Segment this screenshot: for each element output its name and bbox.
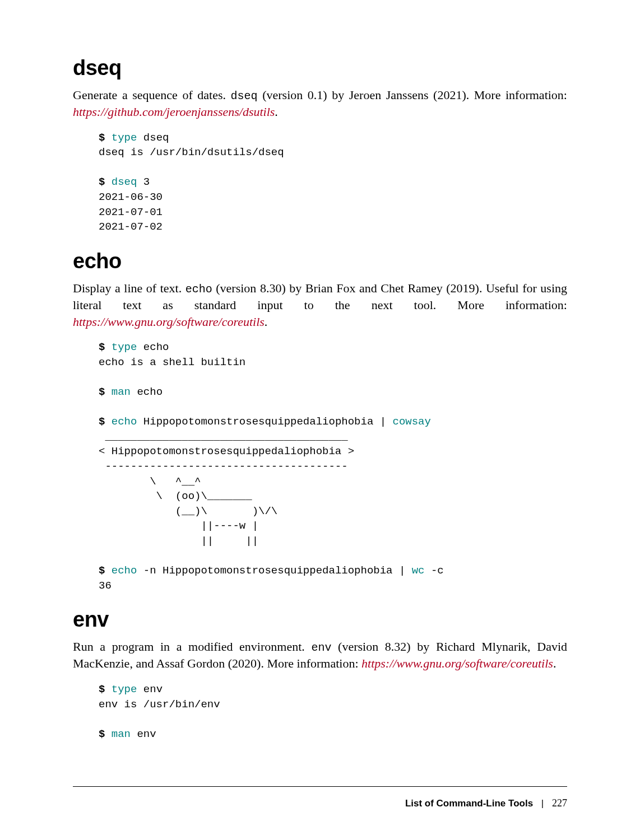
- desc-dseq: Generate a sequence of dates. dseq (vers…: [73, 87, 567, 120]
- prompt: $: [99, 683, 112, 696]
- output: ______________________________________ <…: [99, 431, 354, 547]
- page: dseq Generate a sequence of dates. dseq …: [0, 0, 640, 840]
- output: echo is a shell builtin: [99, 356, 245, 368]
- heading-env: env: [73, 608, 567, 632]
- command: dseq: [112, 176, 137, 188]
- prompt: $: [99, 341, 112, 353]
- heading-echo: echo: [73, 249, 567, 273]
- command: type: [112, 683, 137, 696]
- args: -c: [425, 564, 444, 577]
- page-footer: List of Command-Line Tools | 227: [405, 797, 567, 809]
- desc-text: Display a line of text.: [73, 281, 185, 295]
- output: env is /usr/bin/env: [99, 698, 220, 711]
- desc-text: .: [553, 656, 556, 670]
- desc-echo: Display a line of text. echo (version 8.…: [73, 280, 567, 330]
- output: 2021-06-30 2021-07-01 2021-07-02: [99, 191, 163, 233]
- footer-title: List of Command-Line Tools: [405, 798, 533, 809]
- command: type: [112, 132, 137, 144]
- prompt: $: [99, 176, 112, 188]
- code-dseq: $ type dseq dseq is /usr/bin/dsutils/dse…: [99, 130, 567, 235]
- code-echo: $ type echo echo is a shell builtin $ ma…: [99, 340, 567, 593]
- args: 3: [137, 176, 150, 188]
- inline-code: env: [311, 641, 331, 654]
- desc-text: (version 0.1) by Jeroen Janssens (2021).…: [258, 88, 567, 102]
- footer-separator: |: [541, 798, 544, 809]
- desc-env: Run a program in a modified environment.…: [73, 638, 567, 672]
- args: env: [137, 683, 163, 696]
- desc-text: Generate a sequence of dates.: [73, 88, 231, 102]
- args: echo: [131, 386, 163, 398]
- code-env: $ type env env is /usr/bin/env $ man env: [99, 682, 567, 741]
- prompt: $: [99, 416, 112, 428]
- inline-code: dseq: [231, 90, 258, 102]
- heading-dseq: dseq: [73, 56, 567, 80]
- args: env: [131, 728, 156, 740]
- args: dseq: [137, 132, 169, 144]
- command: man: [112, 386, 131, 398]
- args: -n Hippopotomonstrosesquippedaliophobia …: [137, 564, 411, 577]
- command: type: [112, 341, 137, 353]
- command: wc: [412, 564, 425, 577]
- link-coreutils[interactable]: https://www.gnu.org/software/coreutils: [361, 656, 553, 670]
- command: echo: [112, 564, 137, 577]
- link-dsutils[interactable]: https://github.com/jeroenjanssens/dsutil…: [73, 105, 275, 119]
- command: cowsay: [393, 416, 431, 428]
- args: echo: [137, 341, 169, 353]
- command: man: [112, 728, 131, 740]
- output: dseq is /usr/bin/dsutils/dseq: [99, 146, 284, 158]
- link-coreutils[interactable]: https://www.gnu.org/software/coreutils: [73, 315, 265, 329]
- desc-text: .: [275, 105, 278, 119]
- output: 36: [99, 580, 112, 592]
- args: Hippopotomonstrosesquippedaliophobia |: [137, 416, 392, 428]
- command: echo: [112, 416, 137, 428]
- page-number: 227: [552, 797, 567, 809]
- prompt: $: [99, 386, 112, 398]
- desc-text: .: [265, 315, 268, 329]
- footer-rule: [73, 786, 567, 787]
- prompt: $: [99, 132, 112, 144]
- desc-text: Run a program in a modified environment.: [73, 640, 311, 654]
- prompt: $: [99, 564, 112, 577]
- inline-code: echo: [185, 283, 212, 296]
- prompt: $: [99, 728, 112, 740]
